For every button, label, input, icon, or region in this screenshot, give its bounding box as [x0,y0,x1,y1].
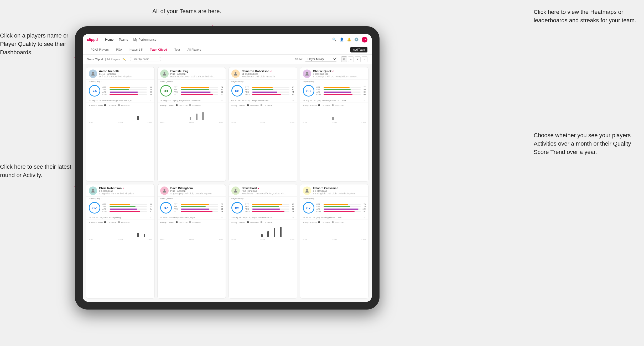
person-icon[interactable]: 👤 [340,38,344,42]
player-name: David Ford ✓ [242,187,294,190]
logo: clippd [87,38,98,42]
chart-labels: 31 Jul 21 Aug 4 Sep [303,238,366,240]
activity-header: Activity · 1 Month On course Off course [231,104,294,106]
last-round[interactable]: 03 Mar 23 · 19, Must make putting → [86,215,154,220]
settings-icon[interactable]: ⚙️ [354,38,359,42]
annotation-left-top: Click on a players name or Player Qualit… [0,31,74,57]
arrow-right-icon: → [149,216,152,219]
player-card[interactable]: Charlie Quick ✓ 6-10 Handicap St. George… [300,67,369,182]
player-info: Cameron Robertson ✓ 11-15 Handicap Royal… [242,70,294,78]
player-card[interactable]: Dave Billingham Plus Handicap Sog Maging… [157,184,226,299]
annotation-right-bottom: Choose whether you see your players Acti… [534,131,639,156]
activity-chart [89,224,152,238]
activity-chart [303,107,366,121]
verified-icon: ✓ [258,187,260,190]
arrow-right-icon: → [363,99,366,102]
activity-section: Activity · 1 Month On course Off course … [300,103,368,125]
view-grid-button[interactable]: ⊞ [341,56,347,62]
stat-row: ARG 83 [316,91,366,93]
add-team-button[interactable]: Add Team [350,47,367,52]
show-label: Show: [295,58,303,61]
tab-team-clippd[interactable]: Team Clippd [146,45,171,54]
tab-all-players[interactable]: All Players [184,45,205,54]
stat-row: PUTT 92 [316,210,366,212]
team-count: | 14 Players [105,58,120,61]
last-round[interactable]: 26 Aug 23 · 84 (+12), Royal North Devon … [229,215,297,220]
player-avatar [231,70,240,78]
stat-row: APP 74 [174,206,223,207]
quality-score[interactable]: 82 [89,202,100,214]
svg-point-11 [306,189,308,191]
stat-row: PUTT 91 [102,210,152,212]
nav-home[interactable]: Home [105,38,113,41]
chart-labels: 31 Jul 21 Aug 4 Sep [160,121,223,123]
player-handicap: Plus Handicap [242,190,294,192]
nav-my-performance[interactable]: My Performance [133,38,157,41]
quality-score[interactable]: 74 [89,85,100,97]
player-info: Dave Billingham Plus Handicap Sog Maging… [170,187,223,195]
activity-chart [231,107,294,121]
player-handicap: Plus Handicap [170,190,223,192]
annotation-left-bottom: Click here to see their latest round or … [0,163,76,179]
player-name: Blair McHarg [170,70,223,73]
player-card[interactable]: Cameron Robertson ✓ 11-15 Handicap Royal… [228,67,297,182]
quality-section: 82 OTT 60 APP 77 ARG [86,200,154,215]
tab-hcaps[interactable]: Hcaps 1-5 [126,45,146,54]
quality-score[interactable]: 85 [231,202,243,214]
stat-row: OTT 61 [245,86,294,88]
last-round[interactable]: 18 Jul 23 · 74 (+4), Sunningdale GC - Ol… [300,215,368,220]
quality-score[interactable]: 93 [160,85,172,97]
on-course-legend [176,221,178,223]
arrow-right-icon: → [221,99,223,102]
svg-point-5 [163,72,165,74]
search-icon[interactable]: 🔍 [332,38,336,42]
player-card[interactable]: Chris Robertson ✓ 1-5 Handicap Craigmill… [86,184,155,299]
activity-section: Activity · 1 Month On course Off course … [86,103,154,125]
sort-button[interactable]: ↕ [362,56,367,62]
last-round-text: 26 Aug 23 · 84 (+12), Royal North Devon … [231,216,291,219]
filter-input[interactable] [130,57,161,61]
chart-labels: 31 Jul 21 Aug 4 Sep [303,121,366,123]
player-card[interactable]: David Ford ✓ Plus Handicap Royal North D… [228,184,297,299]
filter-button[interactable]: ▼ [355,56,361,62]
nav-teams[interactable]: Teams [119,38,128,41]
player-handicap: Plus Handicap [170,73,223,75]
player-card[interactable]: Blair McHarg Plus Handicap Royal North D… [157,67,226,182]
quality-score[interactable]: 87 [303,202,314,214]
last-round-text: 26 Aug 23 · 73 (+1), Royal North Devon G… [160,99,220,102]
player-name: Cameron Robertson ✓ [242,70,294,73]
user-avatar[interactable]: CR [362,37,367,42]
activity-chart [160,107,223,121]
annotation-top-right: Click here to view the Heatmaps or leade… [534,8,639,25]
activity-section: Activity · 1 Month On course Off course … [229,220,297,242]
stat-row: APP 85 [174,89,223,91]
tab-tour[interactable]: Tour [171,45,184,54]
activity-chart [231,224,294,238]
stat-row: OTT 77 [316,86,366,88]
top-nav: clippd Home Teams My Performance 🔍 👤 🔔 ⚙… [83,34,372,45]
last-round[interactable]: 04 Sep 23 · Mobility with coach, Gym → [158,215,226,220]
player-card[interactable]: Edward Crossman 1-5 Handicap Sunningdale… [300,184,369,299]
player-club: Drift Golf Club, United Kingdom [99,75,152,78]
tab-pga[interactable]: PGA [112,45,126,54]
off-course-legend [189,221,191,223]
tab-pgat[interactable]: PGAT Players [87,45,112,54]
quality-score[interactable]: 83 [303,85,314,97]
off-course-legend [189,104,191,106]
quality-score[interactable]: 87 [160,202,172,214]
last-round[interactable]: 02 Jul 23 · 59 (+17), Craigmillar Park G… [229,98,297,103]
show-select[interactable]: Player Activity Quality Score Trend [305,57,337,62]
last-round[interactable]: 26 Aug 23 · 73 (+1), Royal North Devon G… [158,98,226,103]
stat-row: APP 63 [245,89,294,91]
view-list-button[interactable]: ≡ [348,56,354,62]
player-info: David Ford ✓ Plus Handicap Royal North D… [242,187,294,195]
last-round[interactable]: 07 Aug 23 · 77 (+7), St George's Hill GC… [300,98,368,103]
annotation-top: All of your Teams are here. [152,7,221,15]
stat-bars: OTT 77 APP 80 ARG 83 PU [316,86,366,95]
edit-icon[interactable]: ✏️ [122,58,126,61]
player-handicap: 1-5 Handicap [313,190,366,192]
quality-score[interactable]: 68 [231,85,243,97]
player-card[interactable]: Aaron Nicholls 11-15 Handicap Drift Golf… [86,67,155,182]
last-round[interactable]: 02 Sep 23 · Sunset round to get back int… [86,98,154,103]
bell-icon[interactable]: 🔔 [347,38,351,42]
